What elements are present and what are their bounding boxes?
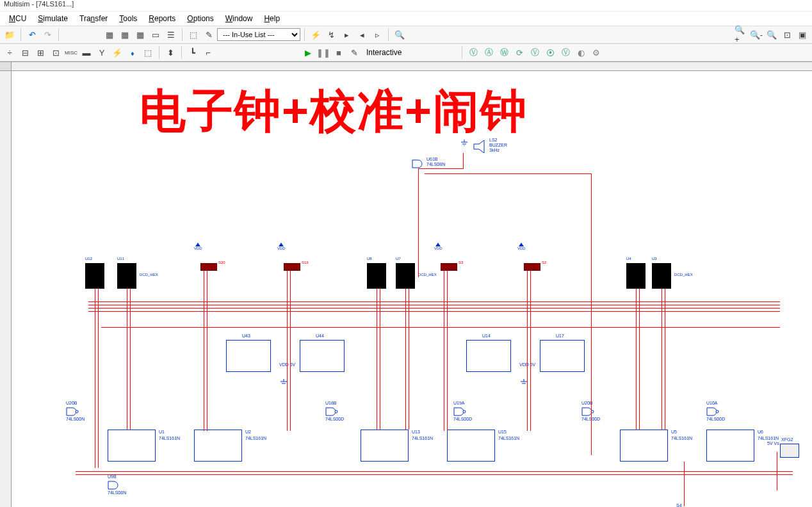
schematic-title: 电子钟+校准+闹钟: [140, 81, 528, 142]
sim4-icon[interactable]: ⟳: [512, 45, 526, 60]
tool-b-icon[interactable]: ✎: [202, 28, 216, 42]
display-u11[interactable]: [117, 263, 136, 289]
display-u3[interactable]: [652, 263, 671, 289]
dip-s2[interactable]: [524, 263, 540, 271]
db-icon[interactable]: ▦: [102, 28, 117, 42]
probe1-icon[interactable]: ⚡: [309, 28, 323, 42]
sim7-icon[interactable]: Ⓥ: [558, 45, 572, 60]
sim2-icon[interactable]: Ⓐ: [482, 45, 496, 60]
chip-u1[interactable]: [108, 430, 156, 462]
inuse-list-select[interactable]: --- In-Use List ---: [217, 28, 300, 41]
pause-icon[interactable]: ❚❚: [316, 45, 330, 60]
gate-u9b[interactable]: [108, 481, 120, 490]
menu-simulate[interactable]: Simulate: [33, 13, 73, 24]
display-u12[interactable]: [85, 263, 104, 289]
junction-icon[interactable]: ⌐: [201, 45, 215, 60]
svg-point-10: [76, 410, 78, 413]
sim6-icon[interactable]: ⦿: [543, 45, 557, 60]
schematic-canvas[interactable]: 电子钟+校准+闹钟 LS2 BUZZER 3kHz U61B 74LS08N U…: [12, 71, 812, 507]
zoom-area-icon[interactable]: 🔍: [765, 28, 779, 42]
display-u8[interactable]: [367, 263, 386, 289]
comp-misc-icon[interactable]: MISC: [64, 45, 78, 60]
switch-s4: S4: [676, 503, 682, 507]
comp-transistor-icon[interactable]: ⊡: [49, 45, 63, 60]
menu-bar: MCU Simulate Transfer Tools Reports Opti…: [0, 12, 812, 26]
gate-u20b-1[interactable]: [66, 407, 79, 416]
buzzer-component[interactable]: LS2 BUZZER 3kHz: [473, 140, 488, 155]
menu-help[interactable]: Help: [259, 13, 285, 24]
probe3-icon[interactable]: ▸: [339, 28, 353, 42]
svg-point-12: [463, 410, 466, 413]
menu-tools[interactable]: Tools: [114, 13, 142, 24]
list-icon[interactable]: ☰: [164, 28, 178, 42]
zoom-fit-icon[interactable]: ⊡: [780, 28, 794, 42]
probe2-icon[interactable]: ↯: [324, 28, 338, 42]
sim1-icon[interactable]: Ⓥ: [466, 45, 480, 60]
comp-basic-icon[interactable]: ⊟: [18, 45, 32, 60]
comp-diode-icon[interactable]: ⊞: [33, 45, 47, 60]
ruler-corner: [0, 62, 12, 71]
chip-u14[interactable]: [466, 340, 511, 372]
dip-s19[interactable]: [284, 263, 300, 271]
comp-conn-icon[interactable]: ⬚: [141, 45, 155, 60]
grid2-icon[interactable]: ▦: [133, 28, 147, 42]
chip-u17[interactable]: [540, 340, 585, 372]
gate-u20b-2[interactable]: [581, 407, 594, 416]
chip-u2[interactable]: [194, 430, 242, 462]
menu-options[interactable]: Options: [182, 13, 218, 24]
dip-s3[interactable]: [441, 263, 457, 271]
chip-u15[interactable]: [447, 430, 495, 462]
toolbar-row-1: 📁 ↶ ↷ ▦ ▦ ▦ ▭ ☰ ⬚ ✎ --- In-Use List --- …: [0, 26, 812, 44]
chip-u6[interactable]: [706, 430, 754, 462]
bus-icon[interactable]: ┗: [186, 45, 200, 60]
interactive-icon[interactable]: ✎: [347, 45, 361, 60]
zoom-out-icon[interactable]: 🔍-: [749, 28, 763, 42]
sheet-icon[interactable]: ▭: [149, 28, 163, 42]
chip-u43[interactable]: [226, 340, 271, 372]
vdd-4: VDD: [517, 243, 526, 250]
comp-rf-icon[interactable]: Y: [95, 45, 109, 60]
undo-icon[interactable]: ↶: [25, 28, 39, 42]
run-icon[interactable]: ▶: [301, 45, 315, 60]
dip-s20[interactable]: [200, 263, 217, 271]
sim8-icon[interactable]: ◐: [574, 45, 588, 60]
menu-mcu[interactable]: MCU: [4, 13, 31, 24]
gate-u18b[interactable]: [325, 407, 338, 416]
comp-source-icon[interactable]: ÷: [3, 45, 17, 60]
comp-ind-icon[interactable]: ⬧: [126, 45, 140, 60]
svg-point-11: [335, 410, 337, 413]
menu-window[interactable]: Window: [220, 13, 258, 24]
gate-u19a[interactable]: [453, 407, 466, 416]
menu-transfer[interactable]: Transfer: [74, 13, 113, 24]
probe4-icon[interactable]: ◂: [355, 28, 369, 42]
chip-u44[interactable]: [300, 340, 345, 372]
comp-elec-icon[interactable]: ⚡: [110, 45, 124, 60]
grid1-icon[interactable]: ▦: [118, 28, 132, 42]
zoom-in-icon[interactable]: 🔍+: [734, 28, 748, 42]
fullscreen-icon[interactable]: ▣: [795, 28, 809, 42]
ruler-vertical: [0, 71, 12, 507]
sim-settings-icon[interactable]: ⚙: [589, 45, 603, 60]
menu-reports[interactable]: Reports: [143, 13, 181, 24]
chip-u13[interactable]: [361, 430, 409, 462]
gate-top-ref: U61B: [426, 157, 438, 161]
probe-xfg2[interactable]: [780, 444, 799, 458]
chip-u5[interactable]: [620, 430, 668, 462]
display-u4[interactable]: [626, 263, 646, 289]
sim5-icon[interactable]: Ⓥ: [528, 45, 542, 60]
gate-u10a[interactable]: [706, 407, 719, 416]
vs-5v-label: 5V Vs: [767, 441, 779, 446]
hier-icon[interactable]: ⬍: [163, 45, 177, 60]
vdd-3: VDD: [434, 243, 443, 250]
display-u7[interactable]: [396, 263, 415, 289]
search-icon[interactable]: 🔍: [393, 28, 407, 42]
probe5-icon[interactable]: ▹: [370, 28, 384, 42]
tool-a-icon[interactable]: ⬚: [186, 28, 200, 42]
sim3-icon[interactable]: Ⓦ: [497, 45, 511, 60]
open-icon[interactable]: 📁: [3, 28, 17, 42]
redo-icon[interactable]: ↷: [40, 28, 54, 42]
comp-analog-icon[interactable]: ▬: [79, 45, 93, 60]
title-text: Multisim - [74LS161...]: [4, 0, 74, 8]
and-gate-top[interactable]: [412, 159, 425, 168]
stop-icon[interactable]: ■: [332, 45, 346, 60]
